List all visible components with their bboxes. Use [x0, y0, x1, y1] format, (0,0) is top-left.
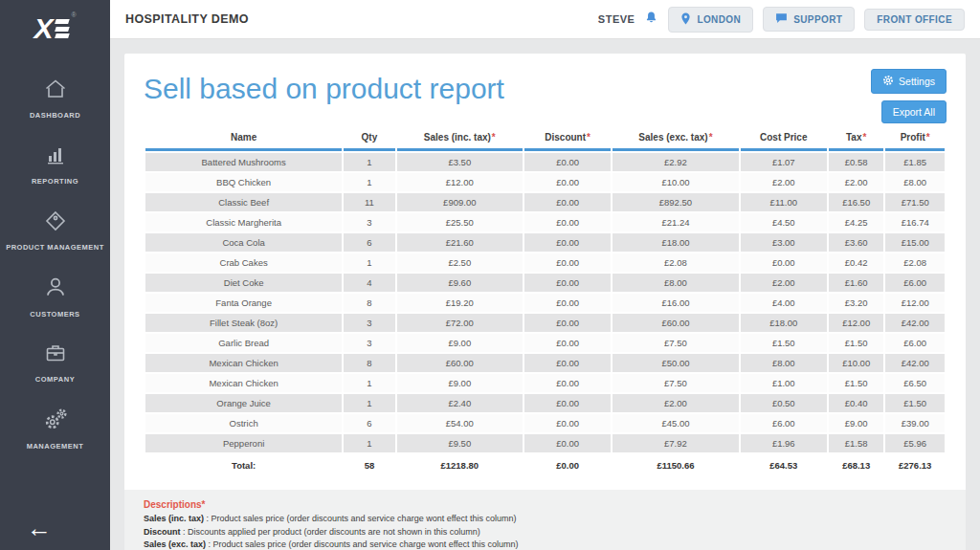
- descriptions-list: Sales (inc. tax) : Product sales price (…: [144, 513, 947, 550]
- bar-chart-icon: [43, 143, 68, 170]
- export-all-button[interactable]: Export All: [881, 100, 947, 123]
- user-name[interactable]: STEVE: [598, 13, 635, 25]
- table-cell: £8.00: [612, 274, 738, 292]
- table-cell: £10.00: [612, 173, 738, 191]
- table-cell: £1.58: [829, 434, 883, 452]
- table-cell: £0.00: [524, 233, 611, 252]
- sidebar-nav: DASHBOARD REPORTING PRODUCT MANAGEMENT C…: [0, 65, 110, 461]
- table-row: Coca Cola6£21.60£0.00£18.00£3.00£3.60£15…: [145, 233, 945, 252]
- table-row: Garlic Bread3£9.00£0.00£7.50£1.50£1.50£6…: [145, 334, 945, 352]
- sidebar: X ® DASHBOARD REPORTING PRODUCT MANAGEME…: [0, 0, 110, 550]
- table-cell: £1.50: [829, 374, 883, 392]
- column-header: Name: [145, 128, 342, 151]
- settings-button[interactable]: Settings: [871, 69, 947, 94]
- table-cell: £6.00: [885, 334, 945, 352]
- table-cell: £9.50: [397, 434, 523, 452]
- sidebar-item-dashboard[interactable]: DASHBOARD: [0, 65, 110, 131]
- table-cell: 8: [344, 294, 394, 312]
- table-cell: £2.00: [829, 173, 883, 191]
- sidebar-item-company[interactable]: COMPANY: [0, 329, 110, 395]
- descriptions-section: Descriptions* Sales (inc. tax) : Product…: [124, 490, 966, 550]
- column-header: Qty: [344, 128, 394, 151]
- table-cell: £9.00: [397, 374, 523, 392]
- main-area: Sell based on product report Settings Ex…: [110, 39, 980, 550]
- total-cell: £1150.66: [612, 454, 738, 476]
- table-cell: 1: [344, 394, 394, 412]
- column-header: Tax*: [829, 128, 883, 151]
- location-button[interactable]: LONDON: [668, 7, 753, 33]
- table-cell: 1: [344, 434, 394, 452]
- table-row: Diet Coke4£9.60£0.00£8.00£2.00£1.60£6.00: [145, 274, 945, 292]
- table-cell: £7.50: [612, 334, 738, 352]
- description-line: Sales (inc. tax) : Product sales price (…: [144, 513, 947, 526]
- table-cell: £9.60: [397, 274, 523, 292]
- content-column: HOSPITALITY DEMO STEVE LONDON SUPPORT FR…: [110, 0, 980, 550]
- table-row: BBQ Chicken1£12.00£0.00£10.00£2.00£2.00£…: [145, 173, 945, 191]
- table-row: Classic Margherita3£25.50£0.00£21.24£4.5…: [145, 213, 945, 231]
- table-cell: 1: [344, 153, 394, 171]
- table-cell: £8.00: [741, 354, 827, 372]
- table-cell: £11.00: [741, 193, 827, 211]
- table-cell: £1.50: [885, 394, 945, 412]
- table-cell: £2.00: [612, 394, 738, 412]
- table-cell: £1.50: [741, 334, 827, 352]
- table-cell: £1.00: [741, 374, 827, 392]
- total-cell: Total:: [145, 454, 342, 476]
- table-cell: £7.50: [612, 374, 738, 392]
- table-row: Orange Juice1£2.40£0.00£2.00£0.50£0.40£1…: [145, 394, 945, 412]
- sidebar-item-label: CUSTOMERS: [30, 310, 79, 319]
- sidebar-item-product-management[interactable]: PRODUCT MANAGEMENT: [0, 197, 110, 263]
- table-cell: £0.00: [524, 334, 611, 352]
- settings-button-label: Settings: [899, 76, 935, 87]
- top-bar: HOSPITALITY DEMO STEVE LONDON SUPPORT FR…: [110, 0, 980, 39]
- descriptions-title: Descriptions*: [144, 499, 947, 510]
- table-header-row: NameQtySales (inc. tax)*Discount*Sales (…: [145, 128, 945, 151]
- table-cell: £50.00: [612, 354, 738, 372]
- table-cell: £3.00: [741, 233, 827, 252]
- table-cell: £0.00: [524, 153, 611, 171]
- table-cell: £2.40: [397, 394, 523, 412]
- table-cell: £0.00: [524, 374, 611, 392]
- table-cell: £3.60: [829, 233, 883, 252]
- table-cell: £0.00: [524, 274, 611, 292]
- notification-bell-icon[interactable]: [644, 11, 658, 29]
- table-cell: £0.00: [524, 253, 611, 272]
- table-cell: £1.50: [829, 334, 883, 352]
- table-row: Mexican Chicken8£60.00£0.00£50.00£8.00£1…: [145, 354, 945, 372]
- sidebar-item-management[interactable]: MANAGEMENT: [0, 395, 110, 461]
- table-row: Ostrich6£54.00£0.00£45.00£6.00£9.00£39.0…: [145, 414, 945, 432]
- table-cell: £60.00: [397, 354, 523, 372]
- column-header: Sales (exc. tax)*: [612, 128, 738, 151]
- table-cell: £0.00: [524, 173, 611, 191]
- table-cell: £12.00: [885, 294, 945, 312]
- column-header: Cost Price: [741, 128, 827, 151]
- table-row: Fillet Steak (8oz)3£72.00£0.00£60.00£18.…: [145, 314, 945, 332]
- table-cell: £39.00: [885, 414, 945, 432]
- sidebar-item-customers[interactable]: CUSTOMERS: [0, 263, 110, 329]
- table-cell: £0.00: [524, 394, 611, 412]
- table-cell: £0.00: [524, 434, 611, 452]
- table-cell: £16.00: [612, 294, 738, 312]
- table-cell: £16.50: [829, 193, 883, 211]
- total-cell: £0.00: [524, 454, 611, 476]
- table-cell: £12.00: [397, 173, 523, 191]
- chat-icon: [775, 12, 788, 26]
- customer-icon: [43, 275, 68, 303]
- table-cell: 11: [344, 193, 394, 211]
- table-cell: £4.00: [741, 294, 827, 312]
- sidebar-item-reporting[interactable]: REPORTING: [0, 131, 110, 197]
- report-table-body: Battered Mushrooms1£3.50£0.00£2.92£1.07£…: [145, 153, 945, 452]
- table-cell: Fillet Steak (8oz): [145, 314, 342, 332]
- table-cell: Fanta Orange: [145, 294, 342, 312]
- table-cell: Diet Coke: [145, 274, 342, 292]
- column-header: Discount*: [524, 128, 611, 151]
- support-button[interactable]: SUPPORT: [763, 7, 855, 32]
- table-cell: 1: [344, 173, 394, 191]
- back-arrow-button[interactable]: ←: [27, 516, 52, 540]
- table-cell: £7.92: [612, 434, 738, 452]
- table-cell: 3: [344, 314, 394, 332]
- description-line: Sales (exc. tax) : Product sales price (…: [144, 539, 947, 550]
- table-cell: £1.96: [741, 434, 827, 452]
- front-office-button[interactable]: FRONT OFFICE: [864, 9, 965, 31]
- table-cell: £10.00: [829, 354, 883, 372]
